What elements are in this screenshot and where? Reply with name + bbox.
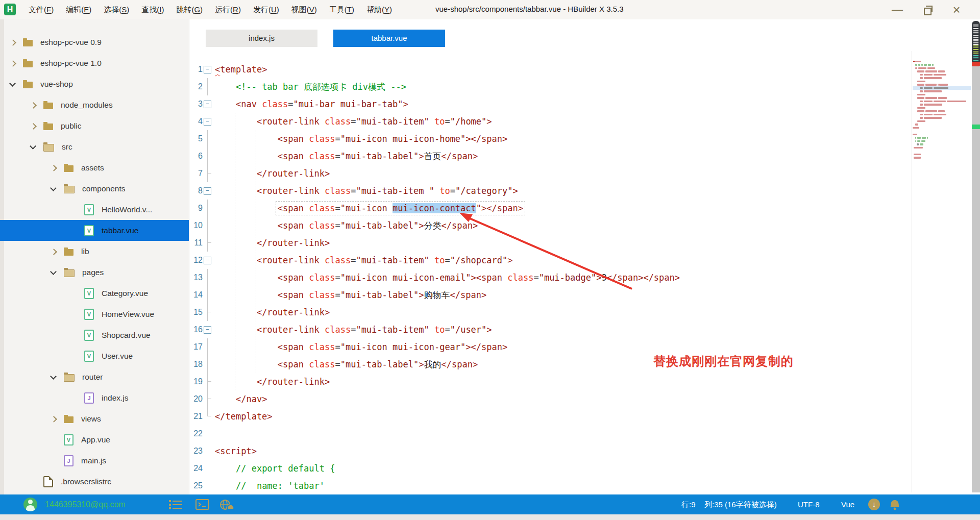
chevron-right-icon[interactable] xyxy=(30,122,37,130)
scroll-overview-widget[interactable] xyxy=(972,21,980,66)
code-view[interactable]: 1−<template>2 <!-- tab bar 底部选项卡 div模式 -… xyxy=(189,61,980,494)
code-line-1[interactable]: 1−<template> xyxy=(189,61,980,78)
tree-item-HelloWorld.v...[interactable]: VHelloWorld.v... xyxy=(0,199,189,220)
tree-item-User.vue[interactable]: VUser.vue xyxy=(0,345,189,366)
code-line-2[interactable]: 2 <!-- tab bar 底部选项卡 div模式 --> xyxy=(189,78,980,95)
tree-item-vue-shop[interactable]: vue-shop xyxy=(0,73,189,94)
code-line-5[interactable]: 5 <span class="mui-icon mui-icon-home"><… xyxy=(189,130,980,147)
menu-item-u[interactable]: 发行(U) xyxy=(247,5,285,15)
tree-item-components[interactable]: components xyxy=(0,178,189,199)
tree-item-Shopcard.vue[interactable]: VShopcard.vue xyxy=(0,325,189,345)
code-line-14[interactable]: 14 <span class="mui-tab-label">购物车</span… xyxy=(189,286,980,304)
code-line-4[interactable]: 4− <router-link class="mui-tab-item" to=… xyxy=(189,113,980,130)
menu-item-e[interactable]: 编辑(E) xyxy=(60,5,97,15)
tree-item-tabbar.vue[interactable]: Vtabbar.vue xyxy=(0,220,189,241)
tree-item-node_modules[interactable]: node_modules xyxy=(0,94,189,115)
chevron-right-icon[interactable] xyxy=(9,39,16,46)
code-line-8[interactable]: 8− <router-link class="mui-tab-item " to… xyxy=(189,182,980,200)
tree-item-router[interactable]: router xyxy=(0,366,189,387)
outline-list-icon[interactable] xyxy=(168,499,184,510)
chevron-right-icon[interactable] xyxy=(50,248,57,255)
tree-item-views[interactable]: views xyxy=(0,408,189,429)
menu-item-f[interactable]: 文件(F) xyxy=(22,5,60,15)
menu-item-i[interactable]: 查找(I) xyxy=(135,5,170,15)
code-line-21[interactable]: 21</template> xyxy=(189,408,980,425)
minimize-icon[interactable]: — xyxy=(889,1,905,18)
code-line-20[interactable]: 20 </nav> xyxy=(189,390,980,408)
menu-item-y[interactable]: 帮助(Y) xyxy=(360,5,398,15)
chevron-right-icon[interactable] xyxy=(50,415,57,423)
fold-collapse-icon[interactable]: − xyxy=(203,182,213,200)
code-line-16[interactable]: 16− <router-link class="mui-tab-item" to… xyxy=(189,321,980,338)
vue-file-icon: V xyxy=(84,330,94,341)
code-line-15[interactable]: 15 </router-link> xyxy=(189,304,980,321)
chevron-down-icon[interactable] xyxy=(50,185,57,192)
code-line-10[interactable]: 10 <span class="mui-tab-label">分类</span> xyxy=(189,217,980,234)
fold-collapse-icon[interactable]: − xyxy=(203,95,213,113)
tree-item-main.js[interactable]: Jmain.js xyxy=(0,450,189,471)
fold-collapse-icon[interactable]: − xyxy=(203,113,213,130)
status-encoding[interactable]: UTF-8 xyxy=(798,494,820,514)
code-line-3[interactable]: 3− <nav class="mui-bar mui-bar-tab"> xyxy=(189,95,980,113)
tree-item-eshop-pc-vue-0.9[interactable]: eshop-pc-vue 0.9 xyxy=(0,32,189,53)
code-line-13[interactable]: 13 <span class="mui-icon mui-icon-email"… xyxy=(189,269,980,286)
tree-item-.browserslistrc[interactable]: .browserslistrc xyxy=(0,471,189,492)
chevron-down-icon[interactable] xyxy=(50,269,57,276)
code-line-11[interactable]: 11 </router-link> xyxy=(189,234,980,252)
chevron-right-icon[interactable] xyxy=(30,102,37,109)
chevron-down-icon[interactable] xyxy=(9,81,16,88)
tree-item-App.vue[interactable]: VApp.vue xyxy=(0,429,189,450)
menu-item-g[interactable]: 跳转(G) xyxy=(170,5,209,15)
fold-collapse-icon[interactable]: − xyxy=(203,61,213,78)
tab-index.js[interactable]: index.js xyxy=(206,30,317,47)
menu-item-s[interactable]: 选择(S) xyxy=(97,5,135,15)
close-icon[interactable]: × xyxy=(948,2,965,18)
tree-item-assets[interactable]: assets xyxy=(0,157,189,178)
web-cloud-icon[interactable] xyxy=(219,499,235,511)
code-text: <span class="mui-tab-label">首页</span> xyxy=(215,147,478,165)
fold-collapse-icon[interactable]: − xyxy=(203,252,213,269)
code-line-24[interactable]: 24 // export default { xyxy=(189,460,980,477)
download-update-icon[interactable]: ↓ xyxy=(868,499,880,510)
restore-icon[interactable] xyxy=(919,1,935,18)
account-email[interactable]: 1446395310@qq.com xyxy=(45,494,126,514)
tree-item-pages[interactable]: pages xyxy=(0,262,189,283)
chevron-right-icon[interactable] xyxy=(50,164,57,171)
chevron-down-icon[interactable] xyxy=(30,143,37,151)
fold-guide xyxy=(203,130,213,147)
notification-bell-icon[interactable] xyxy=(889,499,900,511)
tree-item-Category.vue[interactable]: VCategory.vue xyxy=(0,283,189,304)
code-line-19[interactable]: 19 </router-link> xyxy=(189,373,980,390)
tree-item-HomeView.vue[interactable]: VHomeView.vue xyxy=(0,304,189,325)
terminal-icon[interactable] xyxy=(195,499,210,510)
minimap[interactable] xyxy=(913,60,971,162)
chevron-down-icon[interactable] xyxy=(50,374,57,381)
code-line-6[interactable]: 6 <span class="mui-tab-label">首页</span> xyxy=(189,147,980,165)
code-line-23[interactable]: 23<script> xyxy=(189,442,980,460)
tree-item-lib[interactable]: lib xyxy=(0,241,189,262)
user-avatar-icon[interactable] xyxy=(23,498,37,511)
menu-item-t[interactable]: 工具(T) xyxy=(323,5,360,15)
tree-item-src[interactable]: src xyxy=(0,136,189,157)
code-line-9[interactable]: 9 <span class="mui-icon mui-icon-contact… xyxy=(189,200,980,217)
code-line-22[interactable]: 22 xyxy=(189,425,980,442)
fold-collapse-icon[interactable]: − xyxy=(203,321,213,338)
tree-item-public[interactable]: public xyxy=(0,115,189,136)
scrollbar-track[interactable] xyxy=(972,66,980,492)
code-line-7[interactable]: 7 </router-link> xyxy=(189,165,980,182)
status-language-mode[interactable]: Vue xyxy=(841,494,854,514)
menu-item-v[interactable]: 视图(V) xyxy=(285,5,323,15)
menu-item-r[interactable]: 运行(R) xyxy=(209,5,247,15)
status-line-number[interactable]: 行:9 xyxy=(681,494,696,514)
chevron-right-icon[interactable] xyxy=(9,60,16,67)
tree-item-eshop-pc-vue-1.0[interactable]: eshop-pc-vue 1.0 xyxy=(0,53,189,73)
tab-tabbar.vue[interactable]: tabbar.vue xyxy=(333,30,445,47)
vue-file-icon: V xyxy=(64,434,74,445)
tree-item-index.js[interactable]: Jindex.js xyxy=(0,387,189,408)
chevron-spacer xyxy=(70,227,78,234)
code-line-17[interactable]: 17 <span class="mui-icon mui-icon-gear">… xyxy=(189,338,980,356)
code-line-12[interactable]: 12− <router-link class="mui-tab-item" to… xyxy=(189,252,980,269)
code-line-25[interactable]: 25 // name: 'tabar' xyxy=(189,477,980,494)
status-column-selection[interactable]: 列:35 (16字符被选择) xyxy=(704,494,777,514)
code-line-18[interactable]: 18 <span class="mui-tab-label">我的</span> xyxy=(189,356,980,373)
